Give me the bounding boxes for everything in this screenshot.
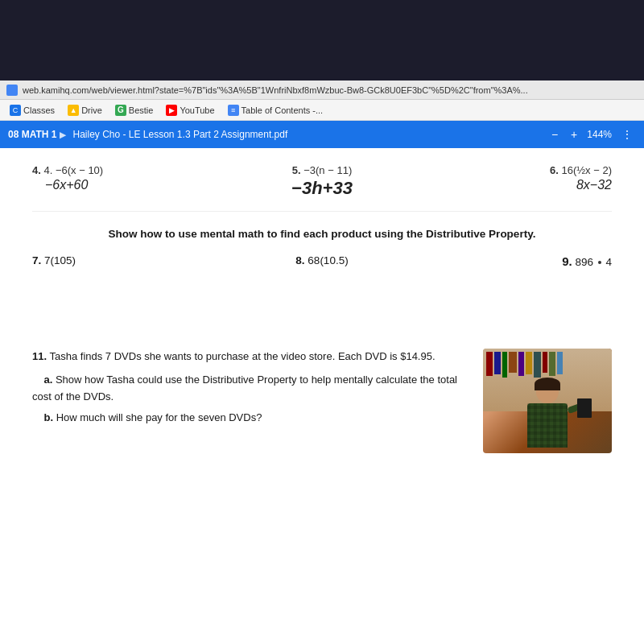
word-problem-section: 11. Tasha finds 7 DVDs she wants to purc… (32, 349, 612, 453)
spacer (32, 292, 612, 332)
youtube-icon: ▶ (166, 105, 177, 116)
word-problem-sentence: Tasha finds 7 DVDs she wants to purchase… (49, 350, 435, 362)
zoom-out-button[interactable]: − (548, 128, 561, 141)
url-text: web.kamihq.com/web/viewer.html?state=%7B… (23, 85, 528, 95)
browser: web.kamihq.com/web/viewer.html?state=%7B… (0, 80, 644, 644)
drive-label: Drive (81, 105, 102, 115)
part-a-content: Show how Tasha could use the Distributiv… (32, 374, 457, 402)
bestie-icon: G (115, 105, 126, 116)
problem-7-expr: 7(105) (44, 254, 76, 266)
problem-8-expr: 68(10.5) (308, 254, 348, 266)
more-options-button[interactable]: ⋮ (618, 128, 636, 141)
address-bar: web.kamihq.com/web/viewer.html?state=%7B… (0, 80, 644, 100)
pdf-page: 4. 4. −6(x − 10) −6x+60 5. −3(n − 11) −3… (0, 148, 644, 644)
person-shirt-pattern (527, 403, 568, 448)
bookmark-toc[interactable]: ≡ Table of Contents -... (225, 104, 327, 117)
problem-9-expr: 896 4 (575, 256, 612, 268)
part-b-label: b. (43, 411, 53, 423)
problem-8: 8. 68(10.5) (225, 254, 419, 268)
part-b-text: b. How much will she pay for the seven D… (32, 410, 467, 427)
word-problem-intro: 11. Tasha finds 7 DVDs she wants to purc… (32, 349, 467, 365)
book-2 (494, 352, 501, 374)
book-7 (534, 352, 541, 378)
zoom-in-button[interactable]: + (568, 128, 580, 141)
zoom-level: 144% (587, 129, 612, 140)
drive-icon: ▲ (68, 105, 79, 116)
previous-answers: 4. 4. −6(x − 10) −6x+60 5. −3(n − 11) −3… (32, 164, 612, 212)
answer-4: −6x+60 (45, 178, 225, 192)
book-1 (486, 352, 493, 376)
book-3 (502, 352, 507, 378)
folder-name: 08 MATH 1 (8, 129, 56, 140)
part-a-label: a. (43, 374, 52, 386)
bookmark-bestie[interactable]: G Bestie (112, 104, 157, 117)
problem-9: 9. 896 4 (419, 254, 612, 268)
problem-6-label: 6. 16(½x − 2) (419, 164, 612, 176)
toc-label: Table of Contents -... (242, 105, 324, 115)
favicon-icon (6, 85, 18, 96)
book-10 (557, 352, 563, 374)
book-5 (518, 352, 524, 376)
youtube-label: YouTube (180, 105, 214, 115)
problem-8-number: 8. (295, 254, 304, 266)
part-b-content: How much will she pay for the seven DVDs… (56, 411, 262, 423)
book-6 (526, 352, 532, 374)
answer-col-4: 4. 4. −6(x − 10) −6x+60 (32, 164, 225, 199)
pdf-header: 08 MATH 1 ▶ Hailey Cho - LE Lesson 1.3 P… (0, 121, 644, 148)
book-in-hand (577, 398, 592, 418)
person-body (527, 403, 568, 448)
bookmark-youtube[interactable]: ▶ YouTube (163, 104, 217, 117)
problems-row: 7. 7(105) 8. 68(10.5) 9. 896 4 (32, 254, 612, 268)
answer-col-5: 5. −3(n − 11) −3h+33 (225, 164, 419, 199)
problem-7: 7. 7(105) (32, 254, 225, 268)
word-problem-text: 11. Tasha finds 7 DVDs she wants to purc… (32, 349, 467, 453)
problem-5-label: 5. −3(n − 11) (225, 164, 419, 176)
person-figure (519, 381, 576, 453)
pdf-filename: Hailey Cho - LE Lesson 1.3 Part 2 Assign… (72, 129, 541, 140)
section-instruction: Show how to use mental math to find each… (32, 228, 612, 240)
bestie-label: Bestie (129, 105, 154, 115)
bookmark-classes[interactable]: C Classes (6, 104, 58, 117)
bookmarks-bar: C Classes ▲ Drive G Bestie ▶ YouTube ≡ T… (0, 100, 644, 121)
toc-icon: ≡ (228, 105, 239, 116)
pdf-controls: − + 144% ⋮ (548, 128, 636, 141)
screen: web.kamihq.com/web/viewer.html?state=%7B… (0, 0, 644, 644)
book-8 (543, 352, 547, 373)
problem-9-number: 9. (562, 254, 572, 268)
problem-11-number: 11. (32, 350, 47, 362)
part-a-text: a. Show how Tasha could use the Distribu… (32, 372, 467, 406)
bezel-top (0, 0, 644, 80)
answer-6: 8x−32 (419, 178, 612, 192)
classes-label: Classes (23, 105, 55, 115)
person-head (536, 381, 559, 403)
problem-7-number: 7. (32, 254, 41, 266)
book-4 (509, 352, 517, 373)
answer-5: −3h+33 (225, 178, 419, 199)
book-9 (549, 352, 555, 376)
bookmark-drive[interactable]: ▲ Drive (64, 104, 105, 117)
problem-4-label: 4. 4. −6(x − 10) (32, 164, 225, 176)
word-problem-image (483, 349, 612, 453)
breadcrumb-arrow: ▶ (60, 130, 66, 139)
answer-col-6: 6. 16(½x − 2) 8x−32 (419, 164, 612, 199)
pdf-content: 4. 4. −6(x − 10) −6x+60 5. −3(n − 11) −3… (0, 148, 644, 644)
person-hair (535, 378, 560, 390)
folder-path: 08 MATH 1 ▶ (8, 129, 66, 140)
classes-icon: C (10, 105, 21, 116)
